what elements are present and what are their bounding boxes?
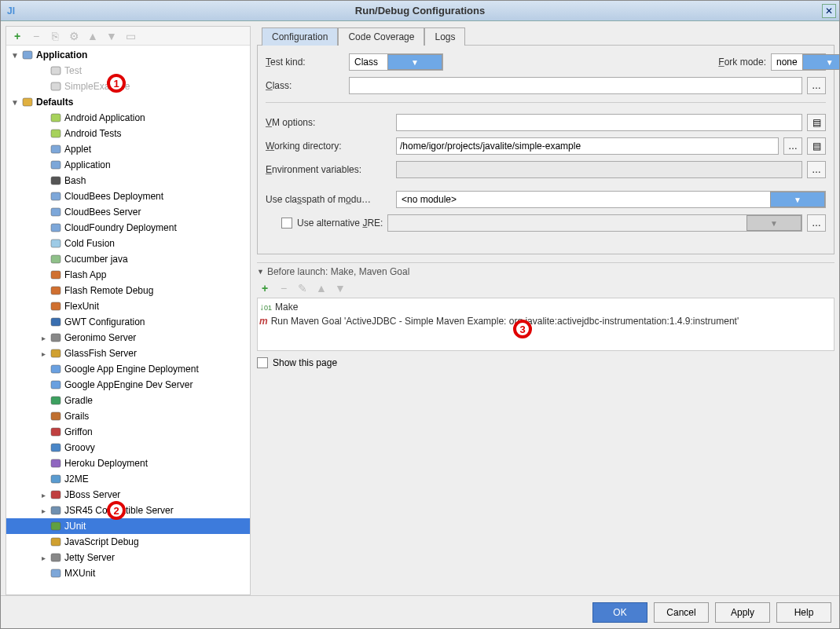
classpath-label: Use classpath of modu… bbox=[266, 194, 391, 205]
vm-options-expand-button[interactable]: ▤ bbox=[807, 114, 826, 131]
tree-item[interactable]: Cold Fusion bbox=[6, 236, 250, 251]
bl-down-icon[interactable]: ▼ bbox=[334, 282, 347, 294]
tree-item-label: JBoss Server bbox=[63, 489, 120, 500]
svg-rect-20 bbox=[51, 365, 61, 373]
env-vars-edit-button[interactable]: … bbox=[807, 161, 826, 178]
tree-item-label: Google App Engine Deployment bbox=[63, 364, 199, 375]
tree-item-label: FlexUnit bbox=[63, 301, 99, 312]
tree-item[interactable]: GWT Configuration bbox=[6, 314, 250, 330]
env-vars-input[interactable] bbox=[396, 161, 802, 178]
tree-item[interactable]: CloudBees Deployment bbox=[6, 188, 250, 204]
svg-rect-26 bbox=[51, 459, 61, 467]
bl-edit-icon[interactable]: ✎ bbox=[296, 282, 309, 294]
tree-item[interactable]: Applet bbox=[6, 141, 250, 157]
svg-rect-33 bbox=[51, 569, 61, 577]
tree-item[interactable]: Google AppEngine Dev Server bbox=[6, 377, 250, 393]
tree-item[interactable]: J2ME bbox=[6, 471, 250, 487]
tree-item[interactable]: JavaScript Debug bbox=[6, 534, 250, 550]
tree-item[interactable]: Heroku Deployment bbox=[6, 455, 250, 471]
tree-item[interactable]: Application bbox=[6, 157, 250, 173]
alt-jre-checkbox[interactable] bbox=[281, 218, 292, 229]
svg-rect-10 bbox=[51, 208, 61, 216]
svg-rect-16 bbox=[51, 302, 61, 310]
tree-item[interactable]: Griffon bbox=[6, 424, 250, 440]
show-page-checkbox[interactable] bbox=[257, 357, 268, 368]
before-launch-item[interactable]: mRun Maven Goal 'ActiveJDBC - Simple Mav… bbox=[259, 314, 832, 328]
test-kind-label: Test kind: bbox=[266, 57, 344, 68]
before-launch-item[interactable]: ↓01Make bbox=[259, 300, 832, 314]
working-dir-vars-button[interactable]: ▤ bbox=[807, 137, 826, 155]
make-icon: ↓01 bbox=[259, 302, 272, 313]
tree-item-label: Bash bbox=[63, 175, 86, 186]
close-button[interactable]: ✕ bbox=[822, 4, 836, 18]
tree-item-label: Android Application bbox=[63, 112, 145, 123]
tab-configuration[interactable]: Configuration bbox=[262, 27, 338, 46]
tab-logs[interactable]: Logs bbox=[424, 27, 465, 46]
tree-item[interactable]: Groovy bbox=[6, 440, 250, 455]
tree-item[interactable]: ▼Defaults bbox=[6, 94, 250, 110]
test-kind-select[interactable]: Class▼ bbox=[349, 53, 443, 71]
working-dir-browse-button[interactable]: … bbox=[783, 137, 802, 155]
working-dir-input[interactable] bbox=[396, 137, 779, 155]
svg-rect-15 bbox=[51, 287, 61, 294]
tree-item[interactable]: SimpleExample bbox=[6, 79, 250, 94]
svg-rect-12 bbox=[51, 240, 61, 247]
tree-item[interactable]: MXUnit bbox=[6, 565, 250, 581]
copy-icon[interactable]: ⎘ bbox=[49, 30, 61, 42]
alt-jre-browse-button[interactable]: … bbox=[807, 214, 826, 232]
before-launch-header[interactable]: ▼ Before launch: Make, Maven Goal bbox=[257, 266, 834, 277]
tree-item[interactable]: Test bbox=[6, 63, 250, 79]
vm-options-input[interactable] bbox=[396, 114, 802, 131]
remove-icon[interactable]: − bbox=[30, 30, 42, 42]
config-tree[interactable]: 1 2 ▼ApplicationTestSimpleExample▼Defaul… bbox=[6, 46, 250, 594]
tree-item[interactable]: JUnit bbox=[6, 518, 250, 534]
svg-rect-5 bbox=[51, 130, 61, 137]
add-icon[interactable]: + bbox=[11, 30, 24, 42]
before-launch-item-label: Make bbox=[275, 302, 298, 313]
tree-item[interactable]: ▸JBoss Server bbox=[6, 487, 250, 503]
svg-rect-19 bbox=[51, 349, 61, 357]
tree-item[interactable]: Bash bbox=[6, 173, 250, 188]
tree-item[interactable]: Flash Remote Debug bbox=[6, 283, 250, 298]
classpath-select[interactable]: <no module>▼ bbox=[396, 191, 826, 208]
tab-code-coverage[interactable]: Code Coverage bbox=[338, 27, 424, 46]
class-browse-button[interactable]: … bbox=[807, 77, 826, 94]
help-button[interactable]: Help bbox=[776, 602, 831, 623]
tree-item-label: Application bbox=[63, 159, 111, 170]
tree-item[interactable]: ▼Application bbox=[6, 47, 250, 63]
fork-mode-select[interactable]: none▼ bbox=[771, 53, 826, 71]
alt-jre-select[interactable]: ▼ bbox=[387, 214, 802, 232]
tree-item[interactable]: Cucumber java bbox=[6, 251, 250, 267]
tree-item[interactable]: Google App Engine Deployment bbox=[6, 361, 250, 377]
ok-button[interactable]: OK bbox=[592, 602, 647, 623]
tree-item-label: Test bbox=[63, 65, 82, 76]
tree-item[interactable]: Flash App bbox=[6, 267, 250, 283]
tree-item[interactable]: CloudFoundry Deployment bbox=[6, 220, 250, 236]
tree-item[interactable]: FlexUnit bbox=[6, 298, 250, 314]
apply-button[interactable]: Apply bbox=[715, 602, 770, 623]
bl-add-icon[interactable]: + bbox=[259, 282, 271, 294]
tree-item[interactable]: Android Tests bbox=[6, 126, 250, 141]
tree-item[interactable]: CloudBees Server bbox=[6, 204, 250, 220]
tree-item[interactable]: Grails bbox=[6, 408, 250, 424]
class-input[interactable] bbox=[349, 77, 802, 94]
tree-item-label: Gradle bbox=[63, 395, 93, 406]
bl-up-icon[interactable]: ▲ bbox=[315, 282, 328, 294]
tab-bar: Configuration Code Coverage Logs bbox=[257, 26, 834, 45]
cancel-button[interactable]: Cancel bbox=[654, 602, 709, 623]
tree-item[interactable]: ▸GlassFish Server bbox=[6, 346, 250, 361]
move-down-icon[interactable]: ▼ bbox=[105, 30, 118, 42]
tree-item-label: Griffon bbox=[63, 426, 93, 437]
tree-item[interactable]: ▸Geronimo Server bbox=[6, 330, 250, 346]
tree-item[interactable]: ▸JSR45 Compatible Server bbox=[6, 503, 250, 518]
settings-icon[interactable]: ⚙ bbox=[68, 30, 80, 42]
tree-item-label: Applet bbox=[63, 144, 91, 155]
before-launch-list[interactable]: ↓01MakemRun Maven Goal 'ActiveJDBC - Sim… bbox=[257, 298, 834, 351]
svg-rect-22 bbox=[51, 397, 61, 404]
bl-remove-icon[interactable]: − bbox=[277, 282, 290, 294]
move-up-icon[interactable]: ▲ bbox=[86, 30, 99, 42]
folder-icon[interactable]: ▭ bbox=[124, 30, 137, 42]
tree-item[interactable]: Android Application bbox=[6, 110, 250, 126]
tree-item[interactable]: ▸Jetty Server bbox=[6, 550, 250, 565]
tree-item[interactable]: Gradle bbox=[6, 393, 250, 408]
